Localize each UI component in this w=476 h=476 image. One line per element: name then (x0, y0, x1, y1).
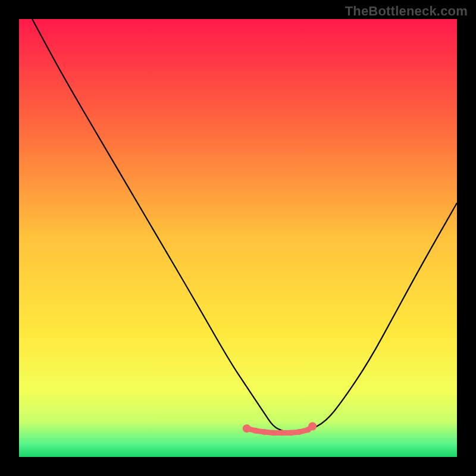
highlight-dot (296, 429, 302, 435)
highlight-dot (261, 429, 267, 435)
chart-plot (19, 19, 457, 457)
watermark-text: TheBottleneck.com (345, 4, 468, 19)
highlight-dot (252, 428, 258, 434)
chart-frame: TheBottleneck.com (0, 0, 476, 476)
highlight-dot (279, 430, 285, 436)
highlight-dot (287, 430, 293, 436)
highlight-dot (308, 422, 317, 430)
gradient-background (19, 19, 457, 457)
chart-svg (19, 19, 457, 457)
highlight-dot (270, 430, 276, 436)
highlight-dot (243, 424, 251, 433)
